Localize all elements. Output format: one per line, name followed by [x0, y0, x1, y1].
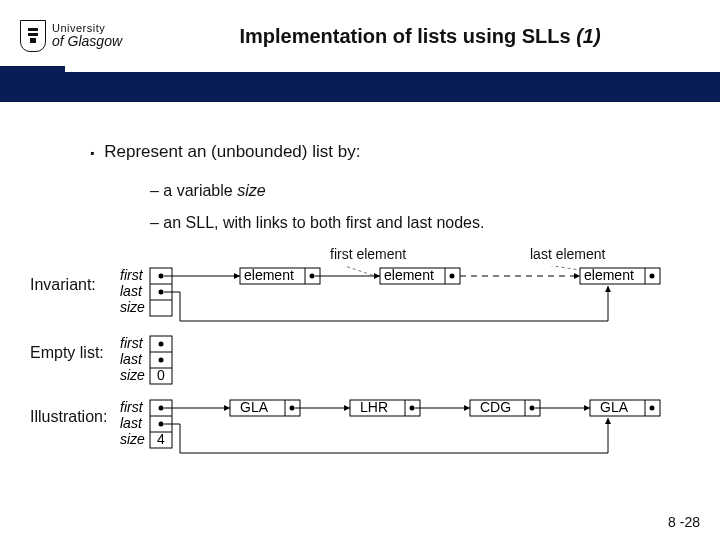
- svg-marker-54: [464, 405, 470, 411]
- svg-point-58: [530, 406, 535, 411]
- slide-title: Implementation of lists using SLLs (1): [140, 25, 700, 48]
- svg-marker-59: [584, 405, 590, 411]
- bullet-sub-1: – a variable size: [150, 182, 690, 200]
- row-invariant: Invariant: first last size: [30, 266, 690, 326]
- svg-text:GLA: GLA: [240, 399, 269, 415]
- illustration-diagram: first last size 4 GLA: [120, 398, 690, 462]
- row-label-illustration: Illustration:: [30, 398, 120, 426]
- page-number: 8 -28: [668, 514, 700, 530]
- row-label-empty: Empty list:: [30, 334, 120, 362]
- node-element-last: element: [580, 267, 660, 284]
- node-0: GLA: [230, 399, 300, 416]
- node-1: LHR: [350, 399, 420, 416]
- svg-point-8: [159, 274, 164, 279]
- svg-marker-16: [374, 273, 380, 279]
- slide-header: University of Glasgow Implementation of …: [0, 0, 720, 72]
- svg-text:element: element: [584, 267, 634, 283]
- svg-text:last: last: [120, 283, 143, 299]
- node-3: GLA: [590, 399, 660, 416]
- svg-text:size: size: [120, 431, 145, 447]
- header-bar: [0, 72, 720, 102]
- svg-point-34: [159, 358, 164, 363]
- svg-point-53: [410, 406, 415, 411]
- university-logo: University of Glasgow: [20, 20, 122, 52]
- svg-text:first: first: [120, 335, 144, 351]
- svg-point-48: [290, 406, 295, 411]
- element-labels: first element last element: [30, 246, 690, 266]
- illustration-size-value: 4: [157, 431, 165, 447]
- svg-point-20: [450, 274, 455, 279]
- row-illustration: Illustration: first last size 4 GLA: [30, 398, 690, 462]
- svg-text:element: element: [244, 267, 294, 283]
- slide-body: ▪ Represent an (unbounded) list by: – a …: [0, 102, 720, 462]
- square-bullet-icon: ▪: [90, 142, 94, 164]
- svg-text:size: size: [120, 367, 145, 383]
- svg-line-0: [330, 266, 375, 276]
- svg-point-42: [159, 422, 164, 427]
- svg-text:CDG: CDG: [480, 399, 511, 415]
- invariant-diagram: first last size element: [120, 266, 680, 326]
- node-element-1: element: [240, 267, 320, 284]
- row-empty: Empty list: first last size 0: [30, 334, 690, 390]
- row-label-invariant: Invariant:: [30, 266, 120, 294]
- node-element-2: element: [380, 267, 460, 284]
- bullet-main: ▪ Represent an (unbounded) list by:: [90, 142, 690, 164]
- svg-point-26: [650, 274, 655, 279]
- bullet-sub-2: – an SLL, with links to both first and l…: [150, 214, 690, 232]
- svg-text:element: element: [384, 267, 434, 283]
- svg-point-9: [159, 290, 164, 295]
- svg-marker-49: [344, 405, 350, 411]
- svg-text:first: first: [120, 267, 144, 283]
- svg-text:size: size: [120, 299, 145, 315]
- svg-point-41: [159, 406, 164, 411]
- svg-text:first: first: [120, 399, 144, 415]
- logo-line2: of Glasgow: [52, 34, 122, 49]
- node-2: CDG: [470, 399, 540, 416]
- svg-marker-43: [224, 405, 230, 411]
- empty-diagram: first last size 0: [120, 334, 680, 390]
- svg-marker-10: [234, 273, 240, 279]
- svg-point-33: [159, 342, 164, 347]
- svg-text:last: last: [120, 351, 143, 367]
- svg-marker-22: [574, 273, 580, 279]
- svg-marker-11: [605, 286, 611, 292]
- svg-text:last: last: [120, 415, 143, 431]
- svg-text:LHR: LHR: [360, 399, 388, 415]
- svg-marker-44: [605, 418, 611, 424]
- svg-point-15: [310, 274, 315, 279]
- crest-icon: [20, 20, 46, 52]
- svg-point-63: [650, 406, 655, 411]
- svg-text:GLA: GLA: [600, 399, 629, 415]
- empty-size-value: 0: [157, 367, 165, 383]
